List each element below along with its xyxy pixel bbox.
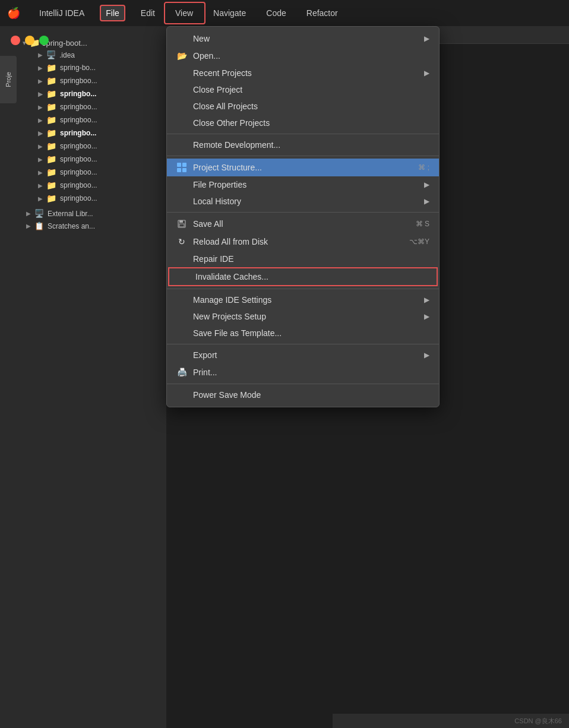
menu-item-open[interactable]: 📂 Open...: [167, 47, 439, 65]
sidebar-tab[interactable]: Proje: [0, 56, 17, 103]
menu-item-save-file-template[interactable]: Save File as Template...: [167, 325, 439, 341]
menu-item-label: Invalidate Caches...: [195, 272, 427, 281]
menu-item-new-projects-setup[interactable]: New Projects Setup ▶: [167, 308, 439, 325]
menu-item-file-properties[interactable]: File Properties ▶: [167, 176, 439, 193]
menu-item-label: Project Structure...: [193, 163, 412, 172]
folder-icon: 📁: [46, 194, 56, 203]
list-item[interactable]: ▶ 📁 springboo...: [19, 153, 164, 166]
separator: [167, 212, 439, 213]
menu-item-label: Local History: [193, 197, 413, 206]
close-button[interactable]: [11, 36, 20, 45]
shortcut-label: ⌘ ;: [418, 163, 429, 172]
item-chevron: ▶: [26, 210, 31, 217]
submenu-arrow-icon: ▶: [424, 312, 429, 321]
menu-refactor[interactable]: Refactor: [302, 6, 343, 20]
idea-icon: 🖥️: [46, 50, 56, 59]
menu-item-export[interactable]: Export ▶: [167, 347, 439, 363]
menu-item-label: Save File as Template...: [193, 328, 429, 338]
project-tree: ▼ 📁 spring-boot... ▶ 🖥️ .idea ▶ 📁 spring…: [17, 26, 166, 728]
submenu-arrow-icon: ▶: [424, 197, 429, 205]
menu-code[interactable]: Code: [261, 6, 290, 20]
folder-icon: 📁: [46, 115, 56, 125]
menu-item-reload-all[interactable]: ↻ Reload All from Disk ⌥⌘Y: [167, 233, 439, 251]
list-item[interactable]: ▶ 🖥️ External Libr...: [19, 207, 164, 220]
menu-item-repair-ide[interactable]: Repair IDE: [167, 251, 439, 267]
menu-item-project-structure[interactable]: Project Structure... ⌘ ;: [167, 159, 439, 176]
list-item[interactable]: ▶ 📁 springbo...: [19, 87, 164, 100]
menu-intellij[interactable]: IntelliJ IDEA: [34, 6, 89, 20]
menu-item-invalidate-caches[interactable]: Invalidate Caches...: [168, 267, 438, 286]
list-item[interactable]: ▶ 📁 springboo...: [19, 192, 164, 205]
item-chevron: ▶: [38, 65, 43, 71]
separator: [167, 344, 439, 344]
folder-icon: 📁: [46, 154, 56, 164]
menu-item-label: New Projects Setup: [193, 312, 413, 321]
folder-icon: 📁: [46, 102, 56, 112]
apple-logo: 🍎: [7, 7, 20, 20]
menu-item-close-other-projects[interactable]: Close Other Projects: [167, 115, 439, 131]
folder-icon: 📂: [176, 50, 187, 61]
menu-item-save-all[interactable]: Save All ⌘ S: [167, 215, 439, 233]
item-label: springboo...: [60, 77, 97, 85]
menu-item-label: Print...: [193, 368, 429, 377]
menu-item-label: Open...: [193, 51, 429, 61]
list-item[interactable]: ▶ 📁 springboo...: [19, 74, 164, 87]
item-label: Scratches an...: [48, 222, 95, 230]
list-item[interactable]: ▶ 📁 springbo...: [19, 126, 164, 140]
save-icon: [176, 219, 187, 229]
folder-icon: 📁: [46, 181, 56, 190]
minimize-button[interactable]: [25, 36, 34, 45]
list-item[interactable]: ▶ 📋 Scratches an...: [19, 220, 164, 232]
item-chevron: ▶: [38, 91, 43, 97]
folder-icon: 📁: [46, 128, 56, 138]
list-item[interactable]: ▶ 📁 springboo...: [19, 100, 164, 113]
submenu-arrow-icon: ▶: [424, 69, 429, 77]
menu-item-label: Export: [193, 350, 413, 360]
menu-item-label: Remote Development...: [193, 140, 429, 150]
menu-file[interactable]: File: [100, 5, 125, 21]
menu-item-close-all-projects[interactable]: Close All Projects: [167, 98, 439, 115]
item-chevron: ▶: [26, 223, 31, 229]
separator: [167, 156, 439, 156]
folder-icon: 📁: [46, 63, 56, 72]
menu-view[interactable]: View: [170, 6, 198, 20]
menu-item-remote-development[interactable]: Remote Development...: [167, 137, 439, 153]
list-item[interactable]: ▶ 📁 springboo...: [19, 166, 164, 179]
item-chevron: ▶: [38, 52, 43, 58]
menu-item-close-project[interactable]: Close Project: [167, 81, 439, 98]
item-chevron: ▶: [38, 182, 43, 189]
item-label: springboo...: [60, 194, 97, 202]
menu-item-label: File Properties: [193, 180, 413, 189]
list-item[interactable]: ▶ 📁 spring-bo...: [19, 61, 164, 74]
menu-edit[interactable]: Edit: [136, 6, 160, 20]
menu-item-new[interactable]: New ▶: [167, 30, 439, 47]
menu-item-label: Recent Projects: [193, 68, 413, 78]
menu-item-label: New: [193, 34, 413, 43]
item-chevron: ▶: [38, 130, 43, 137]
file-menu-dropdown: New ▶ 📂 Open... Recent Projects ▶ Close …: [166, 26, 440, 407]
menu-navigate[interactable]: Navigate: [208, 6, 251, 20]
menu-item-recent-projects[interactable]: Recent Projects ▶: [167, 65, 439, 81]
svg-rect-2: [177, 168, 181, 172]
list-item[interactable]: ▶ 📁 springboo...: [19, 179, 164, 192]
list-item[interactable]: ▶ 🖥️ .idea: [19, 49, 164, 61]
root-label: spring-boot...: [42, 39, 87, 48]
separator: [167, 134, 439, 134]
item-chevron: ▶: [38, 143, 43, 150]
item-label: springbo...: [60, 90, 96, 98]
maximize-button[interactable]: [39, 36, 49, 45]
folder-icon: 📁: [46, 141, 56, 151]
menu-item-print[interactable]: 🖨️ Print...: [167, 363, 439, 381]
bottom-label: CSDN @良木66: [514, 717, 562, 726]
submenu-arrow-icon: ▶: [424, 351, 429, 359]
menu-item-manage-ide-settings[interactable]: Manage IDE Settings ▶: [167, 292, 439, 308]
menu-item-local-history[interactable]: Local History ▶: [167, 193, 439, 210]
folder-icon: 📁: [46, 89, 56, 99]
list-item[interactable]: ▶ 📁 springboo...: [19, 113, 164, 126]
sidebar: Proje ▼ 📁 spring-boot... ▶ 🖥️ .idea ▶ 📁 …: [0, 26, 166, 728]
list-item[interactable]: ▶ 📁 springboo...: [19, 140, 164, 153]
menu-item-label: Manage IDE Settings: [193, 295, 413, 305]
menu-item-power-save-mode[interactable]: Power Save Mode: [167, 387, 439, 403]
menu-item-label: Repair IDE: [193, 254, 429, 264]
scratch-icon: 📋: [34, 221, 44, 230]
